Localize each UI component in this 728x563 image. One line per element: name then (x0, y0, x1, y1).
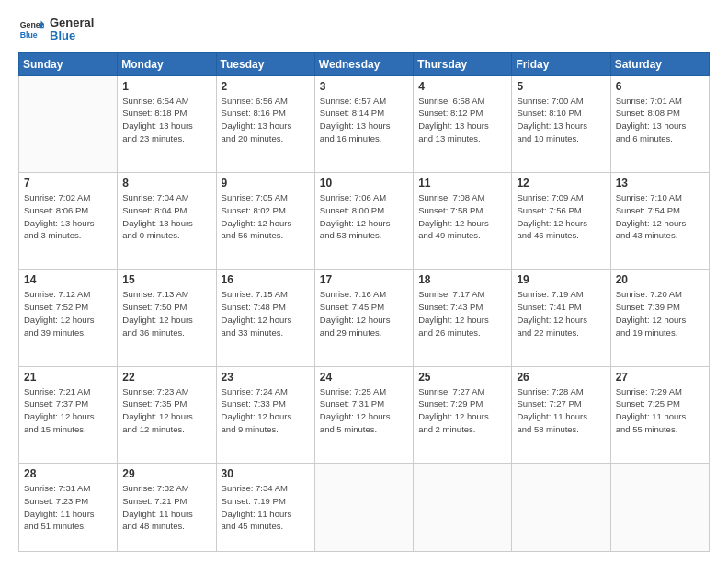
day-number: 28 (24, 467, 112, 480)
logo-text: General Blue (50, 17, 94, 43)
day-info: Sunrise: 7:19 AM Sunset: 7:41 PM Dayligh… (517, 288, 605, 339)
day-info: Sunrise: 6:57 AM Sunset: 8:14 PM Dayligh… (320, 95, 408, 145)
logo-general: General (50, 17, 94, 29)
day-info: Sunrise: 7:29 AM Sunset: 7:25 PM Dayligh… (616, 385, 704, 436)
calendar-day-cell: 24Sunrise: 7:25 AM Sunset: 7:31 PM Dayli… (314, 366, 413, 463)
calendar-day-cell: 5Sunrise: 7:00 AM Sunset: 8:10 PM Daylig… (512, 75, 610, 172)
logo-blue: Blue (50, 29, 94, 42)
day-number: 20 (616, 273, 704, 286)
page: General Blue General Blue SundayMondayTu… (0, 0, 728, 563)
day-number: 2 (222, 80, 310, 93)
day-number: 29 (122, 467, 210, 480)
calendar-day-cell (19, 75, 118, 172)
calendar-day-cell (314, 464, 413, 552)
calendar-week-row: 21Sunrise: 7:21 AM Sunset: 7:37 PM Dayli… (19, 366, 710, 463)
day-number: 16 (222, 273, 310, 286)
calendar-day-cell (610, 464, 709, 552)
calendar-day-cell (414, 464, 512, 552)
day-info: Sunrise: 7:01 AM Sunset: 8:08 PM Dayligh… (616, 95, 704, 145)
weekday-header: Friday (512, 52, 610, 75)
calendar-day-cell: 15Sunrise: 7:13 AM Sunset: 7:50 PM Dayli… (118, 270, 216, 366)
day-number: 9 (222, 177, 310, 190)
calendar-day-cell: 6Sunrise: 7:01 AM Sunset: 8:08 PM Daylig… (610, 75, 709, 172)
calendar-day-cell: 18Sunrise: 7:17 AM Sunset: 7:43 PM Dayli… (414, 270, 512, 366)
day-info: Sunrise: 7:23 AM Sunset: 7:35 PM Dayligh… (122, 385, 210, 436)
calendar-week-row: 1Sunrise: 6:54 AM Sunset: 8:18 PM Daylig… (19, 75, 710, 172)
day-info: Sunrise: 6:56 AM Sunset: 8:16 PM Dayligh… (222, 95, 310, 145)
day-info: Sunrise: 7:10 AM Sunset: 7:54 PM Dayligh… (616, 191, 704, 242)
calendar-day-cell: 13Sunrise: 7:10 AM Sunset: 7:54 PM Dayli… (610, 172, 709, 269)
day-number: 6 (616, 80, 704, 93)
day-number: 24 (320, 371, 408, 384)
day-number: 13 (616, 177, 704, 190)
day-info: Sunrise: 7:17 AM Sunset: 7:43 PM Dayligh… (418, 288, 506, 339)
day-info: Sunrise: 7:27 AM Sunset: 7:29 PM Dayligh… (418, 385, 506, 436)
calendar-day-cell: 16Sunrise: 7:15 AM Sunset: 7:48 PM Dayli… (216, 270, 314, 366)
day-number: 22 (122, 371, 210, 384)
calendar-week-row: 14Sunrise: 7:12 AM Sunset: 7:52 PM Dayli… (19, 270, 710, 366)
calendar-day-cell: 26Sunrise: 7:28 AM Sunset: 7:27 PM Dayli… (512, 366, 610, 463)
svg-text:Blue: Blue (20, 30, 38, 40)
calendar-day-cell: 11Sunrise: 7:08 AM Sunset: 7:58 PM Dayli… (414, 172, 512, 269)
calendar-day-cell: 14Sunrise: 7:12 AM Sunset: 7:52 PM Dayli… (19, 270, 118, 366)
calendar-day-cell: 19Sunrise: 7:19 AM Sunset: 7:41 PM Dayli… (512, 270, 610, 366)
day-number: 30 (222, 467, 310, 480)
day-info: Sunrise: 7:20 AM Sunset: 7:39 PM Dayligh… (616, 288, 704, 339)
weekday-header: Thursday (414, 52, 512, 75)
day-number: 10 (320, 177, 408, 190)
day-number: 26 (517, 371, 605, 384)
header: General Blue General Blue (18, 17, 710, 43)
calendar-day-cell: 29Sunrise: 7:32 AM Sunset: 7:21 PM Dayli… (118, 464, 216, 552)
day-info: Sunrise: 7:05 AM Sunset: 8:02 PM Dayligh… (222, 191, 310, 242)
calendar-day-cell: 22Sunrise: 7:23 AM Sunset: 7:35 PM Dayli… (118, 366, 216, 463)
day-number: 4 (418, 80, 506, 93)
day-info: Sunrise: 7:02 AM Sunset: 8:06 PM Dayligh… (24, 191, 112, 242)
calendar-table: SundayMondayTuesdayWednesdayThursdayFrid… (18, 52, 710, 552)
day-info: Sunrise: 7:00 AM Sunset: 8:10 PM Dayligh… (517, 95, 605, 145)
calendar-day-cell: 3Sunrise: 6:57 AM Sunset: 8:14 PM Daylig… (314, 75, 413, 172)
day-info: Sunrise: 7:28 AM Sunset: 7:27 PM Dayligh… (517, 385, 605, 436)
day-info: Sunrise: 7:15 AM Sunset: 7:48 PM Dayligh… (222, 288, 310, 339)
calendar-day-cell: 7Sunrise: 7:02 AM Sunset: 8:06 PM Daylig… (19, 172, 118, 269)
day-number: 12 (517, 177, 605, 190)
day-number: 19 (517, 273, 605, 286)
weekday-header: Saturday (610, 52, 709, 75)
calendar-day-cell: 17Sunrise: 7:16 AM Sunset: 7:45 PM Dayli… (314, 270, 413, 366)
calendar-day-cell (512, 464, 610, 552)
day-number: 21 (24, 371, 112, 384)
day-info: Sunrise: 7:31 AM Sunset: 7:23 PM Dayligh… (24, 482, 112, 533)
calendar-week-row: 28Sunrise: 7:31 AM Sunset: 7:23 PM Dayli… (19, 464, 710, 552)
weekday-header: Tuesday (216, 52, 314, 75)
day-info: Sunrise: 7:06 AM Sunset: 8:00 PM Dayligh… (320, 191, 408, 242)
day-number: 25 (418, 371, 506, 384)
calendar-day-cell: 1Sunrise: 6:54 AM Sunset: 8:18 PM Daylig… (118, 75, 216, 172)
calendar-day-cell: 9Sunrise: 7:05 AM Sunset: 8:02 PM Daylig… (216, 172, 314, 269)
day-number: 3 (320, 80, 408, 93)
day-info: Sunrise: 7:13 AM Sunset: 7:50 PM Dayligh… (122, 288, 210, 339)
day-info: Sunrise: 7:25 AM Sunset: 7:31 PM Dayligh… (320, 385, 408, 436)
day-info: Sunrise: 7:09 AM Sunset: 7:56 PM Dayligh… (517, 191, 605, 242)
calendar-day-cell: 2Sunrise: 6:56 AM Sunset: 8:16 PM Daylig… (216, 75, 314, 172)
day-number: 14 (24, 273, 112, 286)
day-info: Sunrise: 7:08 AM Sunset: 7:58 PM Dayligh… (418, 191, 506, 242)
calendar-day-cell: 4Sunrise: 6:58 AM Sunset: 8:12 PM Daylig… (414, 75, 512, 172)
day-info: Sunrise: 7:24 AM Sunset: 7:33 PM Dayligh… (222, 385, 310, 436)
weekday-header: Wednesday (314, 52, 413, 75)
weekday-header: Monday (118, 52, 216, 75)
logo: General Blue General Blue (18, 17, 94, 43)
day-number: 27 (616, 371, 704, 384)
calendar-day-cell: 27Sunrise: 7:29 AM Sunset: 7:25 PM Dayli… (610, 366, 709, 463)
calendar-day-cell: 30Sunrise: 7:34 AM Sunset: 7:19 PM Dayli… (216, 464, 314, 552)
day-number: 11 (418, 177, 506, 190)
calendar-day-cell: 8Sunrise: 7:04 AM Sunset: 8:04 PM Daylig… (118, 172, 216, 269)
calendar-day-cell: 25Sunrise: 7:27 AM Sunset: 7:29 PM Dayli… (414, 366, 512, 463)
day-number: 5 (517, 80, 605, 93)
day-info: Sunrise: 7:04 AM Sunset: 8:04 PM Dayligh… (122, 191, 210, 242)
day-info: Sunrise: 7:16 AM Sunset: 7:45 PM Dayligh… (320, 288, 408, 339)
calendar-day-cell: 21Sunrise: 7:21 AM Sunset: 7:37 PM Dayli… (19, 366, 118, 463)
calendar-day-cell: 28Sunrise: 7:31 AM Sunset: 7:23 PM Dayli… (19, 464, 118, 552)
day-info: Sunrise: 7:34 AM Sunset: 7:19 PM Dayligh… (222, 482, 310, 533)
calendar-week-row: 7Sunrise: 7:02 AM Sunset: 8:06 PM Daylig… (19, 172, 710, 269)
calendar-day-cell: 20Sunrise: 7:20 AM Sunset: 7:39 PM Dayli… (610, 270, 709, 366)
day-number: 1 (122, 80, 210, 93)
